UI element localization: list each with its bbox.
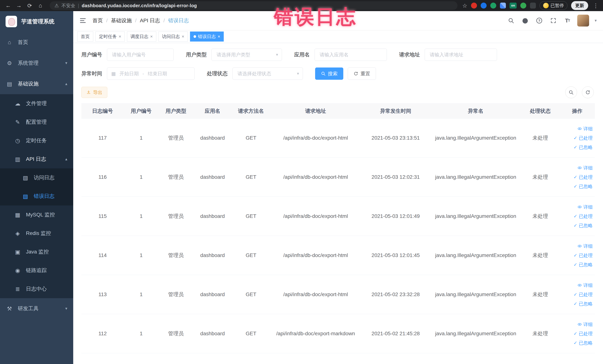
filter-row-2: 异常时间 ▦ 开始日期 - 结束日期 处理状态 请选择处理状态 ▾: [81, 68, 595, 80]
browser-forward-button[interactable]: →: [14, 1, 24, 10]
detail-link[interactable]: 详细: [562, 163, 593, 172]
sidebar-item-api-log[interactable]: ▥ API 日志 ▴: [0, 150, 73, 168]
browser-back-button[interactable]: ←: [3, 1, 13, 10]
sidebar-item-label: 日志中心: [26, 285, 47, 293]
github-icon[interactable]: [521, 16, 529, 25]
filter-label: 应用名: [294, 51, 310, 58]
refresh-button[interactable]: [582, 86, 594, 98]
cell-log-id: 114: [81, 236, 124, 275]
cell-request-url: /api/infra/db-doc/export-html: [270, 236, 361, 275]
mark-ignored-link[interactable]: ✓ 已忽略: [562, 260, 593, 269]
mark-processed-link[interactable]: ✓ 已处理: [562, 133, 593, 143]
app-name-input[interactable]: [314, 48, 387, 61]
extension-icon-green[interactable]: [490, 3, 496, 9]
browser-menu-icon[interactable]: ⋮: [592, 2, 600, 9]
chevron-down-icon[interactable]: ▾: [595, 18, 597, 23]
sidebar-item-java-monitor[interactable]: ▣ Java 监控: [0, 243, 73, 261]
extension-icon-blue[interactable]: [481, 3, 487, 9]
mark-processed-link[interactable]: ✓ 已处理: [562, 251, 593, 260]
font-size-icon[interactable]: TT: [563, 16, 572, 25]
detail-link[interactable]: 详细: [562, 281, 593, 290]
mark-ignored-link[interactable]: ✓ 已忽略: [562, 338, 593, 348]
sidebar-item-system[interactable]: ⚙ 系统管理 ▾: [0, 53, 73, 73]
sidebar-item-log-center[interactable]: ≣ 日志中心: [0, 280, 73, 298]
extension-icon-leaf[interactable]: [520, 3, 526, 9]
close-icon[interactable]: ×: [150, 34, 153, 39]
detail-link-label: 详细: [583, 281, 593, 290]
extension-icon-dark[interactable]: [530, 3, 536, 9]
user-id-input[interactable]: [107, 48, 174, 61]
detail-link[interactable]: 详细: [562, 202, 593, 211]
close-icon[interactable]: ×: [119, 34, 121, 39]
process-status-select[interactable]: 请选择处理状态 ▾: [232, 68, 303, 80]
detail-link[interactable]: 详细: [562, 124, 593, 133]
toggle-search-button[interactable]: [565, 86, 577, 98]
breadcrumb-item[interactable]: 首页: [93, 17, 103, 24]
tab-error-log[interactable]: 错误日志 ×: [190, 32, 224, 42]
reset-button[interactable]: 重置: [348, 68, 376, 80]
mark-processed-link[interactable]: ✓ 已处理: [562, 211, 593, 221]
cell-user-id: 1: [124, 275, 159, 314]
mark-ignored-link[interactable]: ✓ 已忽略: [562, 221, 593, 230]
mark-ignored-link[interactable]: ✓ 已忽略: [562, 182, 593, 191]
close-icon[interactable]: ×: [182, 34, 184, 39]
fullscreen-icon[interactable]: [549, 16, 557, 25]
processed-link-label: 已处理: [579, 329, 593, 338]
avatar[interactable]: [577, 15, 589, 26]
sidebar-item-home[interactable]: ⌂ 首页: [0, 32, 73, 53]
sidebar-item-infra[interactable]: ▤ 基础设施 ▴: [0, 73, 73, 94]
mark-ignored-link[interactable]: ✓ 已忽略: [562, 299, 593, 308]
cell-user-type: 管理员: [159, 158, 193, 197]
ignored-link-label: 已忽略: [579, 143, 593, 152]
tab-scheduled-task[interactable]: 定时任务 ×: [95, 32, 125, 42]
sidebar-item-file-manage[interactable]: ☁ 文件管理: [0, 94, 73, 113]
breadcrumb-item[interactable]: 基础设施: [111, 17, 132, 24]
tab-access-log[interactable]: 访问日志 ×: [159, 32, 188, 42]
sidebar-item-scheduled-task[interactable]: ◷ 定时任务: [0, 131, 73, 150]
mark-ignored-link[interactable]: ✓ 已忽略: [562, 143, 593, 152]
search-icon[interactable]: [507, 16, 515, 25]
help-icon[interactable]: [535, 16, 544, 25]
mark-processed-link[interactable]: ✓ 已处理: [562, 329, 593, 338]
mark-processed-link[interactable]: ✓ 已处理: [562, 290, 593, 299]
date-range-picker[interactable]: ▦ 开始日期 - 结束日期: [107, 68, 195, 80]
tab-schedule-log[interactable]: 调度日志 ×: [127, 32, 156, 42]
close-icon[interactable]: ×: [218, 34, 220, 39]
hamburger-icon[interactable]: [80, 17, 86, 24]
extension-icon-red[interactable]: [471, 3, 477, 9]
sidebar-item-label: 研发工具: [18, 305, 39, 312]
processed-link-label: 已处理: [579, 133, 593, 143]
cell-request-url: /api/infra/db-doc/export-markdown: [270, 314, 361, 353]
sidebar-item-config-manage[interactable]: ✎ 配置管理: [0, 113, 73, 131]
detail-link[interactable]: 详细: [562, 241, 593, 251]
sidebar-item-tracing[interactable]: ◉ 链路追踪: [0, 261, 73, 280]
search-button[interactable]: 搜索: [315, 68, 343, 80]
request-url-input[interactable]: [425, 48, 497, 61]
mark-processed-link[interactable]: ✓ 已处理: [562, 172, 593, 182]
extension-icon-grid[interactable]: [500, 3, 506, 9]
cell-status: 未处理: [521, 158, 560, 197]
sidebar-item-dev-tools[interactable]: ⚒ 研发工具 ▾: [0, 298, 73, 319]
sidebar-item-mysql-monitor[interactable]: ▦ MySQL 监控: [0, 205, 73, 224]
tab-home[interactable]: 首页: [77, 32, 93, 42]
user-type-select[interactable]: 请选择用户类型 ▾: [211, 48, 282, 61]
sidebar-item-access-log[interactable]: ▧ 访问日志: [0, 168, 73, 187]
cell-request-url: /api/infra/db-doc/export-html: [270, 118, 361, 158]
address-bar[interactable]: ⚠ 不安全 | dashboard.yudao.iocoder.cn/infra…: [50, 1, 457, 10]
security-warning-icon: ⚠: [55, 3, 59, 9]
browser-home-button[interactable]: ⌂: [35, 1, 45, 10]
paused-badge[interactable]: 已暂停: [540, 1, 568, 10]
sidebar-item-redis-monitor[interactable]: ◈ Redis 监控: [0, 224, 73, 243]
ignored-link-label: 已忽略: [579, 182, 593, 191]
sidebar-item-error-log[interactable]: ▧ 错误日志: [0, 187, 73, 205]
browser-reload-button[interactable]: ⟳: [25, 1, 35, 10]
bookmark-star-icon[interactable]: ☆: [462, 2, 467, 9]
detail-link[interactable]: 详细: [562, 320, 593, 329]
logo[interactable]: 芋道管理系统: [0, 11, 73, 32]
extension-icon-on-badge[interactable]: on: [510, 3, 517, 9]
sidebar-item-label: 基础设施: [18, 80, 39, 87]
page-content: 用户编号 用户类型 请选择用户类型 ▾ 应用名 请求地址: [73, 43, 603, 364]
breadcrumb-item[interactable]: API 日志: [140, 17, 160, 24]
export-button[interactable]: 导出: [81, 87, 107, 98]
browser-update-button[interactable]: 更新: [571, 1, 588, 10]
